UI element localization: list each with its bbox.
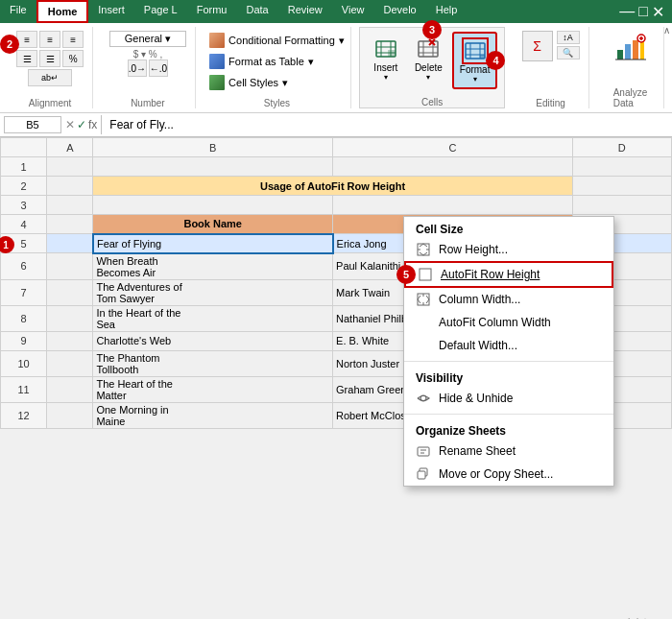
insert-function-icon[interactable]: fx — [88, 118, 97, 131]
tab-developer[interactable]: Develo — [373, 0, 425, 23]
cell-a12[interactable] — [47, 402, 93, 428]
cell-b3[interactable] — [93, 196, 333, 215]
find-icon[interactable]: 🔍 — [557, 46, 580, 60]
row-num-11: 11 — [1, 376, 47, 402]
row-height-icon — [416, 242, 431, 257]
hide-unhide-item[interactable]: Hide & Unhide — [404, 387, 613, 410]
confirm-formula-icon[interactable]: ✓ — [77, 118, 86, 131]
table-row: 1 — [1, 157, 672, 177]
tab-page-layout[interactable]: Page L — [134, 0, 187, 23]
row-num-3: 3 — [1, 196, 47, 215]
align-middle-left[interactable]: ☰ — [16, 50, 37, 67]
cell-d3[interactable] — [572, 196, 671, 215]
decrease-decimal[interactable]: ←.0 — [149, 60, 168, 77]
tab-file[interactable]: File — [0, 0, 36, 23]
cell-b8[interactable]: In the Heart of theSea — [93, 305, 333, 331]
cell-d1[interactable] — [572, 157, 671, 177]
cell-b11[interactable]: The Heart of theMatter — [93, 376, 333, 402]
cell-d2[interactable] — [572, 177, 671, 196]
editing-label: Editing — [536, 96, 565, 108]
conditional-formatting-btn[interactable]: Conditional Formatting ▾ — [205, 31, 348, 50]
delete-dropdown-arrow: ▾ — [426, 73, 430, 82]
col-header-c[interactable]: C — [333, 138, 573, 157]
collapse-ribbon-icon[interactable]: ∧ — [663, 25, 670, 36]
cell-c3[interactable] — [333, 196, 573, 215]
format-btn[interactable]: 4 Format ▾ — [452, 32, 498, 89]
minimize-icon[interactable]: — — [619, 3, 635, 20]
currency-label: $ ▾ % , — [133, 49, 163, 60]
cell-a3[interactable] — [47, 196, 93, 215]
tab-formulas[interactable]: Formu — [187, 0, 237, 23]
cell-a4[interactable] — [47, 215, 93, 234]
cell-b1[interactable] — [93, 157, 333, 177]
sort-icon[interactable]: ↕A — [557, 31, 580, 44]
cell-a6[interactable] — [47, 253, 93, 280]
column-width-item[interactable]: Column Width... — [404, 288, 613, 311]
group-cells: 3 Insert ▾ Delete ▾ — [359, 27, 505, 108]
analyze-data-icon[interactable] — [613, 31, 648, 65]
sum-icon[interactable]: Σ — [522, 31, 553, 61]
cell-b2-title[interactable]: Usage of AutoFit Row Height — [93, 177, 572, 196]
cell-b5-selected[interactable]: Fear of Flying — [93, 234, 333, 253]
cell-b6[interactable]: When BreathBecomes Air — [93, 253, 333, 280]
formula-input[interactable] — [106, 116, 668, 133]
align-top-right[interactable]: ≡ — [62, 31, 84, 48]
cell-b12[interactable]: One Morning inMaine — [93, 402, 333, 428]
cell-b10[interactable]: The PhantomTollbooth — [93, 350, 333, 376]
insert-icon — [372, 36, 399, 62]
cell-a8[interactable] — [47, 305, 93, 331]
cell-reference-input[interactable]: B5 — [4, 116, 61, 133]
col-header-a[interactable]: A — [47, 138, 93, 157]
tab-home[interactable]: Home — [36, 0, 89, 23]
autofit-row-height-label: AutoFit Row Height — [441, 268, 540, 281]
tab-insert[interactable]: Insert — [88, 0, 134, 23]
align-top-center[interactable]: ≡ — [39, 31, 60, 48]
increase-decimal[interactable]: .0→ — [128, 60, 147, 77]
format-as-table-btn[interactable]: Format as Table ▾ — [205, 52, 348, 71]
row-height-item[interactable]: Row Height... — [404, 238, 613, 261]
delete-btn[interactable]: Delete ▾ — [409, 32, 448, 89]
cell-a7[interactable] — [47, 279, 93, 305]
align-top-left[interactable]: ≡ — [16, 31, 37, 48]
svg-rect-30 — [420, 269, 431, 280]
col-header-b[interactable]: B — [93, 138, 333, 157]
cell-a2[interactable] — [47, 177, 93, 196]
cell-styles-btn[interactable]: Cell Styles ▾ — [205, 73, 348, 92]
move-copy-item[interactable]: Move or Copy Sheet... — [404, 463, 613, 486]
cell-a9[interactable] — [47, 331, 93, 350]
cell-a5[interactable] — [47, 234, 93, 253]
row-num-10: 10 — [1, 350, 47, 376]
rename-sheet-item[interactable]: Rename Sheet — [404, 440, 613, 463]
cancel-formula-icon[interactable]: ✕ — [65, 118, 75, 131]
default-width-item[interactable]: Default Width... — [404, 334, 613, 357]
column-width-label: Column Width... — [439, 293, 520, 306]
autofit-column-width-item[interactable]: AutoFit Column Width — [404, 311, 613, 334]
cell-b4-header[interactable]: Book Name — [93, 215, 333, 234]
cell-a10[interactable] — [47, 350, 93, 376]
wrap-text[interactable]: ab↵ — [28, 69, 72, 86]
svg-rect-6 — [419, 41, 438, 57]
number-format-box[interactable]: General ▾ — [109, 31, 186, 47]
close-icon[interactable]: ✕ — [652, 3, 664, 21]
cell-a11[interactable] — [47, 376, 93, 402]
autofit-row-height-item[interactable]: 5 AutoFit Row Height — [404, 261, 613, 288]
svg-rect-21 — [633, 40, 638, 60]
step4-badge: 4 — [486, 51, 505, 70]
tab-data[interactable]: Data — [236, 0, 277, 23]
cell-b9[interactable]: Charlotte's Web — [93, 331, 333, 350]
move-copy-label: Move or Copy Sheet... — [439, 467, 553, 481]
col-header-d[interactable]: D — [572, 138, 671, 157]
cell-c1[interactable] — [333, 157, 573, 177]
autofit-row-icon — [418, 267, 433, 282]
tab-review[interactable]: Review — [278, 0, 332, 23]
cell-a1[interactable] — [47, 157, 93, 177]
formula-bar: B5 ✕ ✓ fx — [0, 113, 672, 137]
restore-icon[interactable]: □ — [638, 3, 648, 20]
insert-btn[interactable]: Insert ▾ — [367, 32, 405, 89]
dropdown-divider-2 — [404, 414, 613, 415]
row-num-7: 7 — [1, 279, 47, 305]
align-middle-right[interactable]: % — [62, 50, 84, 67]
cell-b7[interactable]: The Adventures ofTom Sawyer — [93, 279, 333, 305]
tab-view[interactable]: View — [332, 0, 374, 23]
align-middle-center[interactable]: ☰ — [39, 50, 60, 67]
